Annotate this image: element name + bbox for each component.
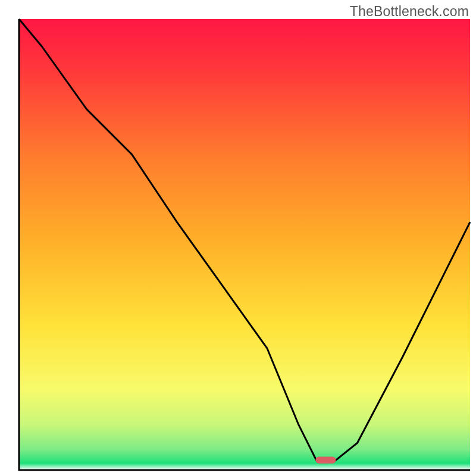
bottleneck-chart	[0, 0, 476, 476]
chart-container: TheBottleneck.com	[0, 0, 476, 476]
chart-background	[19, 19, 470, 470]
optimal-marker	[315, 457, 336, 464]
watermark-text: TheBottleneck.com	[350, 4, 469, 20]
